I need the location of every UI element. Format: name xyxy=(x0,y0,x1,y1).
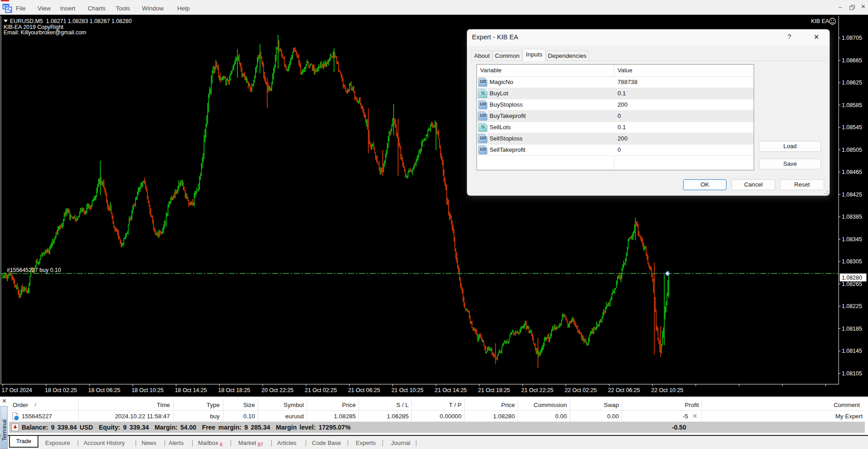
svg-text:1.08305: 1.08305 xyxy=(842,258,862,265)
svg-text:KIB EA: KIB EA xyxy=(811,18,830,24)
svg-text:21 Oct 10:25: 21 Oct 10:25 xyxy=(392,387,424,393)
svg-text:17 Oct 2024: 17 Oct 2024 xyxy=(2,387,33,393)
svg-text:21 Oct 14:25: 21 Oct 14:25 xyxy=(435,387,467,393)
svg-text:1.08425: 1.08425 xyxy=(842,192,862,198)
svg-text:1.08185: 1.08185 xyxy=(842,326,862,332)
svg-text:1.08545: 1.08545 xyxy=(842,124,862,131)
svg-text:1.08585: 1.08585 xyxy=(842,102,862,108)
svg-text:1.08225: 1.08225 xyxy=(842,303,862,309)
svg-text:1.08505: 1.08505 xyxy=(842,147,862,153)
svg-text:18 Oct 14:25: 18 Oct 14:25 xyxy=(175,387,207,393)
svg-text:21 Oct 22:25: 21 Oct 22:25 xyxy=(521,387,553,393)
svg-text:22 Oct 06:25: 22 Oct 06:25 xyxy=(608,387,640,393)
svg-text:1.08265: 1.08265 xyxy=(842,281,862,287)
svg-text:1.08705: 1.08705 xyxy=(842,35,862,41)
svg-text:1.08280: 1.08280 xyxy=(842,275,862,281)
svg-text:EURUSD,M5 1.08271 1.08283 1.0: EURUSD,M5 1.08271 1.08283 1.08267 1.0828… xyxy=(10,18,132,24)
svg-text:21 Oct 02:25: 21 Oct 02:25 xyxy=(305,387,337,393)
svg-text:1.08105: 1.08105 xyxy=(842,370,862,377)
svg-text:18 Oct 10:25: 18 Oct 10:25 xyxy=(132,387,164,393)
svg-text:1.08665: 1.08665 xyxy=(842,57,862,64)
svg-text:18 Oct 06:25: 18 Oct 06:25 xyxy=(88,387,120,393)
svg-text:18 Oct 02:25: 18 Oct 02:25 xyxy=(45,387,77,393)
svg-text:22 Oct 02:25: 22 Oct 02:25 xyxy=(565,387,597,393)
svg-text:18 Oct 18:25: 18 Oct 18:25 xyxy=(218,387,250,393)
svg-text:1.08625: 1.08625 xyxy=(842,80,862,86)
svg-text:Terminal: Terminal xyxy=(1,420,8,441)
svg-text:1.08465: 1.08465 xyxy=(842,169,862,175)
svg-text:22 Oct 10:25: 22 Oct 10:25 xyxy=(651,387,684,393)
svg-text:1.08145: 1.08145 xyxy=(842,348,862,354)
svg-text:1.08385: 1.08385 xyxy=(842,214,862,220)
svg-text:20 Oct 22:25: 20 Oct 22:25 xyxy=(261,387,293,393)
svg-text:1.08345: 1.08345 xyxy=(842,236,862,243)
svg-text:Email: Killyourbroker@gmail.co: Email: Killyourbroker@gmail.com xyxy=(4,29,86,36)
svg-text:#155645227 buy 0.10: #155645227 buy 0.10 xyxy=(7,267,61,273)
svg-text:21 Oct 06:25: 21 Oct 06:25 xyxy=(348,387,380,393)
svg-text:21 Oct 18:25: 21 Oct 18:25 xyxy=(478,387,510,393)
